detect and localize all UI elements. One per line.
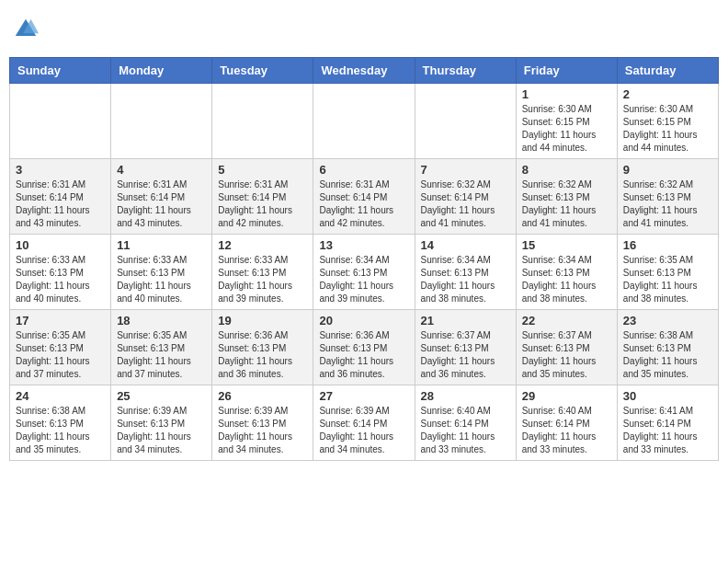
calendar-cell: 16Sunrise: 6:35 AM Sunset: 6:13 PM Dayli… (617, 235, 718, 310)
calendar-cell (10, 84, 111, 159)
day-number: 26 (218, 389, 307, 403)
calendar-cell (313, 84, 415, 159)
header (9, 9, 719, 50)
day-info: Sunrise: 6:37 AM Sunset: 6:13 PM Dayligh… (522, 329, 611, 381)
day-number: 3 (16, 163, 105, 177)
day-number: 23 (623, 314, 712, 327)
day-number: 13 (319, 238, 408, 252)
calendar-cell: 15Sunrise: 6:34 AM Sunset: 6:13 PM Dayli… (516, 235, 617, 310)
day-number: 20 (319, 314, 408, 327)
day-info: Sunrise: 6:30 AM Sunset: 6:15 PM Dayligh… (522, 103, 611, 155)
day-info: Sunrise: 6:37 AM Sunset: 6:13 PM Dayligh… (421, 329, 510, 381)
day-number: 17 (16, 314, 105, 327)
calendar-cell: 28Sunrise: 6:40 AM Sunset: 6:14 PM Dayli… (415, 385, 516, 461)
calendar-cell: 7Sunrise: 6:32 AM Sunset: 6:14 PM Daylig… (415, 159, 516, 235)
calendar-cell: 3Sunrise: 6:31 AM Sunset: 6:14 PM Daylig… (10, 159, 111, 235)
calendar-cell: 9Sunrise: 6:32 AM Sunset: 6:13 PM Daylig… (617, 159, 718, 235)
calendar-cell: 26Sunrise: 6:39 AM Sunset: 6:13 PM Dayli… (212, 385, 313, 461)
day-info: Sunrise: 6:32 AM Sunset: 6:13 PM Dayligh… (623, 178, 712, 230)
day-number: 1 (522, 87, 611, 101)
day-info: Sunrise: 6:31 AM Sunset: 6:14 PM Dayligh… (117, 178, 206, 230)
logo (13, 17, 42, 42)
day-number: 7 (421, 163, 510, 177)
calendar-cell: 4Sunrise: 6:31 AM Sunset: 6:14 PM Daylig… (111, 159, 212, 235)
calendar-cell: 21Sunrise: 6:37 AM Sunset: 6:13 PM Dayli… (415, 310, 516, 385)
day-info: Sunrise: 6:30 AM Sunset: 6:15 PM Dayligh… (623, 103, 712, 155)
calendar: SundayMondayTuesdayWednesdayThursdayFrid… (9, 57, 719, 461)
day-info: Sunrise: 6:32 AM Sunset: 6:13 PM Dayligh… (522, 178, 611, 230)
calendar-cell: 18Sunrise: 6:35 AM Sunset: 6:13 PM Dayli… (111, 310, 212, 385)
day-number: 28 (421, 389, 510, 403)
calendar-cell: 6Sunrise: 6:31 AM Sunset: 6:14 PM Daylig… (313, 159, 415, 235)
day-info: Sunrise: 6:32 AM Sunset: 6:14 PM Dayligh… (421, 178, 510, 230)
day-info: Sunrise: 6:35 AM Sunset: 6:13 PM Dayligh… (117, 329, 206, 381)
calendar-header-wednesday: Wednesday (313, 58, 415, 84)
calendar-cell: 19Sunrise: 6:36 AM Sunset: 6:13 PM Dayli… (212, 310, 313, 385)
day-info: Sunrise: 6:31 AM Sunset: 6:14 PM Dayligh… (16, 178, 105, 230)
day-info: Sunrise: 6:39 AM Sunset: 6:13 PM Dayligh… (218, 405, 307, 456)
calendar-week-row: 24Sunrise: 6:38 AM Sunset: 6:13 PM Dayli… (10, 385, 719, 461)
calendar-cell: 27Sunrise: 6:39 AM Sunset: 6:14 PM Dayli… (313, 385, 415, 461)
calendar-cell: 23Sunrise: 6:38 AM Sunset: 6:13 PM Dayli… (617, 310, 718, 385)
calendar-cell (415, 84, 516, 159)
day-number: 9 (623, 163, 712, 177)
calendar-cell: 11Sunrise: 6:33 AM Sunset: 6:13 PM Dayli… (111, 235, 212, 310)
day-number: 5 (218, 163, 307, 177)
calendar-header-row: SundayMondayTuesdayWednesdayThursdayFrid… (10, 58, 719, 84)
day-info: Sunrise: 6:40 AM Sunset: 6:14 PM Dayligh… (522, 405, 611, 456)
day-number: 16 (623, 238, 712, 252)
day-info: Sunrise: 6:41 AM Sunset: 6:14 PM Dayligh… (623, 405, 712, 456)
day-number: 14 (421, 238, 510, 252)
day-number: 27 (319, 389, 408, 403)
day-number: 6 (319, 163, 408, 177)
day-info: Sunrise: 6:31 AM Sunset: 6:14 PM Dayligh… (218, 178, 307, 230)
day-info: Sunrise: 6:34 AM Sunset: 6:13 PM Dayligh… (421, 254, 510, 305)
calendar-cell: 14Sunrise: 6:34 AM Sunset: 6:13 PM Dayli… (415, 235, 516, 310)
calendar-cell: 13Sunrise: 6:34 AM Sunset: 6:13 PM Dayli… (313, 235, 415, 310)
calendar-week-row: 10Sunrise: 6:33 AM Sunset: 6:13 PM Dayli… (10, 235, 719, 310)
calendar-cell: 10Sunrise: 6:33 AM Sunset: 6:13 PM Dayli… (10, 235, 111, 310)
day-info: Sunrise: 6:35 AM Sunset: 6:13 PM Dayligh… (16, 329, 105, 381)
day-number: 25 (117, 389, 206, 403)
day-number: 12 (218, 238, 307, 252)
day-info: Sunrise: 6:34 AM Sunset: 6:13 PM Dayligh… (319, 254, 408, 305)
logo-icon (13, 17, 39, 42)
calendar-header-monday: Monday (111, 58, 212, 84)
day-number: 4 (117, 163, 206, 177)
day-info: Sunrise: 6:39 AM Sunset: 6:13 PM Dayligh… (117, 405, 206, 456)
day-number: 10 (16, 238, 105, 252)
day-number: 22 (522, 314, 611, 327)
day-info: Sunrise: 6:31 AM Sunset: 6:14 PM Dayligh… (319, 178, 408, 230)
calendar-header-thursday: Thursday (415, 58, 516, 84)
calendar-cell: 1Sunrise: 6:30 AM Sunset: 6:15 PM Daylig… (516, 84, 617, 159)
day-info: Sunrise: 6:40 AM Sunset: 6:14 PM Dayligh… (421, 405, 510, 456)
calendar-cell: 17Sunrise: 6:35 AM Sunset: 6:13 PM Dayli… (10, 310, 111, 385)
day-info: Sunrise: 6:33 AM Sunset: 6:13 PM Dayligh… (117, 254, 206, 305)
calendar-week-row: 3Sunrise: 6:31 AM Sunset: 6:14 PM Daylig… (10, 159, 719, 235)
calendar-header-sunday: Sunday (10, 58, 111, 84)
day-number: 18 (117, 314, 206, 327)
calendar-cell: 12Sunrise: 6:33 AM Sunset: 6:13 PM Dayli… (212, 235, 313, 310)
day-info: Sunrise: 6:39 AM Sunset: 6:14 PM Dayligh… (319, 405, 408, 456)
calendar-cell (111, 84, 212, 159)
day-number: 8 (522, 163, 611, 177)
day-info: Sunrise: 6:33 AM Sunset: 6:13 PM Dayligh… (16, 254, 105, 305)
calendar-cell: 22Sunrise: 6:37 AM Sunset: 6:13 PM Dayli… (516, 310, 617, 385)
day-info: Sunrise: 6:33 AM Sunset: 6:13 PM Dayligh… (218, 254, 307, 305)
day-number: 21 (421, 314, 510, 327)
day-number: 2 (623, 87, 712, 101)
day-info: Sunrise: 6:36 AM Sunset: 6:13 PM Dayligh… (218, 329, 307, 381)
day-number: 24 (16, 389, 105, 403)
calendar-header-friday: Friday (516, 58, 617, 84)
calendar-cell: 8Sunrise: 6:32 AM Sunset: 6:13 PM Daylig… (516, 159, 617, 235)
calendar-cell: 25Sunrise: 6:39 AM Sunset: 6:13 PM Dayli… (111, 385, 212, 461)
calendar-cell (212, 84, 313, 159)
calendar-cell: 29Sunrise: 6:40 AM Sunset: 6:14 PM Dayli… (516, 385, 617, 461)
day-number: 15 (522, 238, 611, 252)
calendar-cell: 24Sunrise: 6:38 AM Sunset: 6:13 PM Dayli… (10, 385, 111, 461)
day-info: Sunrise: 6:36 AM Sunset: 6:13 PM Dayligh… (319, 329, 408, 381)
day-info: Sunrise: 6:38 AM Sunset: 6:13 PM Dayligh… (623, 329, 712, 381)
calendar-week-row: 1Sunrise: 6:30 AM Sunset: 6:15 PM Daylig… (10, 84, 719, 159)
calendar-cell: 20Sunrise: 6:36 AM Sunset: 6:13 PM Dayli… (313, 310, 415, 385)
day-number: 19 (218, 314, 307, 327)
